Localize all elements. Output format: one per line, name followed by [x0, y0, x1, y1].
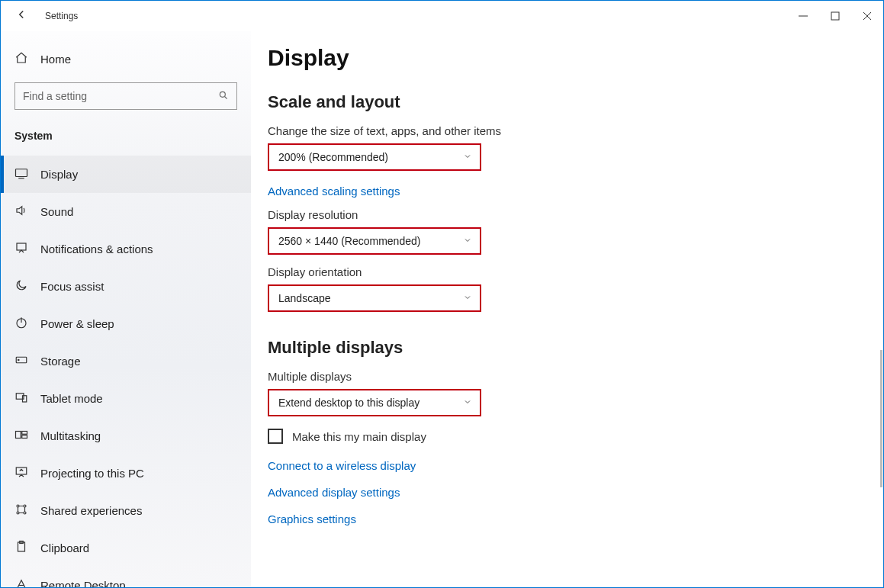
multitasking-icon: [14, 428, 28, 444]
display-icon: [14, 166, 28, 182]
projecting-icon: [14, 465, 28, 481]
sidebar-item-label: Notifications & actions: [40, 243, 153, 255]
multiple-displays-dropdown[interactable]: Extend desktop to this display: [268, 389, 481, 416]
app-title: Settings: [45, 11, 78, 21]
svg-rect-15: [16, 432, 21, 439]
chevron-down-icon: [463, 235, 472, 247]
page-title: Display: [268, 45, 860, 71]
minimize-button[interactable]: [798, 11, 808, 21]
svg-rect-18: [16, 468, 27, 474]
sidebar-item-shared-experiences[interactable]: Shared experiences: [1, 492, 251, 529]
sidebar-item-remote-desktop[interactable]: Remote Desktop: [1, 567, 251, 588]
notifications-icon: [14, 241, 28, 257]
search-icon: [218, 90, 229, 103]
sidebar-item-storage[interactable]: Storage: [1, 342, 251, 380]
advanced-scaling-link[interactable]: Advanced scaling settings: [268, 185, 860, 198]
search-placeholder: Find a setting: [23, 90, 87, 102]
sidebar-item-tablet-mode[interactable]: Tablet mode: [1, 380, 251, 417]
sidebar-item-label: Display: [40, 168, 78, 181]
titlebar: Settings: [1, 1, 883, 31]
tablet-mode-icon: [14, 390, 28, 406]
section-multiple-displays: Multiple displays: [268, 338, 860, 358]
checkbox-icon[interactable]: [268, 429, 283, 444]
close-button[interactable]: [862, 11, 873, 21]
power-icon: [14, 316, 28, 332]
svg-rect-8: [17, 243, 26, 250]
chevron-down-icon: [463, 397, 472, 409]
resolution-dropdown[interactable]: 2560 × 1440 (Recommended): [268, 227, 481, 255]
sidebar-item-label: Power & sleep: [40, 317, 114, 330]
svg-point-19: [17, 505, 19, 507]
svg-rect-17: [22, 435, 27, 439]
clipboard-icon: [14, 540, 28, 556]
svg-point-12: [18, 359, 20, 361]
sidebar-item-display[interactable]: Display: [1, 156, 251, 193]
svg-rect-16: [22, 432, 27, 435]
svg-rect-1: [831, 12, 839, 20]
sidebar-home[interactable]: Home: [1, 42, 251, 76]
advanced-display-link[interactable]: Advanced display settings: [268, 486, 860, 499]
sidebar: Home Find a setting System Display Sound…: [1, 31, 251, 587]
search-input[interactable]: Find a setting: [14, 82, 237, 110]
sidebar-item-projecting[interactable]: Projecting to this PC: [1, 455, 251, 492]
scale-label: Change the size of text, apps, and other…: [268, 124, 860, 137]
multiple-displays-label: Multiple displays: [268, 370, 860, 383]
sound-icon: [14, 204, 28, 220]
sidebar-item-label: Multitasking: [40, 429, 101, 442]
chevron-down-icon: [463, 292, 472, 304]
svg-line-5: [225, 96, 227, 98]
sidebar-item-clipboard[interactable]: Clipboard: [1, 529, 251, 567]
sidebar-item-label: Clipboard: [40, 541, 89, 554]
storage-icon: [14, 353, 28, 369]
sidebar-item-sound[interactable]: Sound: [1, 193, 251, 230]
scale-value: 200% (Recommended): [278, 151, 388, 163]
focus-assist-icon: [14, 278, 28, 294]
main-display-checkbox-label: Make this my main display: [292, 430, 426, 443]
sidebar-item-focus-assist[interactable]: Focus assist: [1, 268, 251, 305]
resolution-value: 2560 × 1440 (Recommended): [278, 235, 420, 247]
sidebar-item-notifications[interactable]: Notifications & actions: [1, 230, 251, 268]
sidebar-item-label: Shared experiences: [40, 504, 142, 517]
shared-experiences-icon: [14, 503, 28, 519]
remote-desktop-icon: [14, 577, 28, 588]
sidebar-item-multitasking[interactable]: Multitasking: [1, 417, 251, 455]
multiple-displays-value: Extend desktop to this display: [278, 397, 419, 409]
sidebar-item-power-sleep[interactable]: Power & sleep: [1, 305, 251, 342]
sidebar-item-label: Projecting to this PC: [40, 467, 144, 480]
resolution-label: Display resolution: [268, 208, 860, 221]
main-display-checkbox-row[interactable]: Make this my main display: [268, 429, 860, 444]
svg-point-20: [24, 505, 26, 507]
orientation-dropdown[interactable]: Landscape: [268, 284, 481, 312]
svg-point-4: [220, 92, 225, 97]
back-button[interactable]: [14, 8, 28, 24]
orientation-value: Landscape: [278, 292, 331, 304]
sidebar-item-label: Focus assist: [40, 280, 104, 293]
sidebar-item-label: Storage: [40, 355, 81, 368]
svg-point-21: [17, 512, 19, 514]
svg-point-22: [24, 512, 26, 514]
window-controls: [798, 11, 873, 21]
home-label: Home: [40, 53, 71, 66]
svg-rect-6: [16, 169, 27, 177]
connect-wireless-link[interactable]: Connect to a wireless display: [268, 459, 860, 472]
maximize-button[interactable]: [830, 11, 841, 21]
scale-dropdown[interactable]: 200% (Recommended): [268, 143, 481, 171]
orientation-label: Display orientation: [268, 265, 860, 278]
graphics-settings-link[interactable]: Graphics settings: [268, 512, 860, 525]
chevron-down-icon: [463, 151, 472, 163]
sidebar-nav: Display Sound Notifications & actions Fo…: [1, 156, 251, 588]
sidebar-item-label: Sound: [40, 205, 73, 218]
home-icon: [14, 51, 28, 67]
scrollbar-thumb[interactable]: [880, 350, 882, 487]
sidebar-group-label: System: [1, 124, 251, 146]
sidebar-item-label: Tablet mode: [40, 392, 103, 405]
main-content: Display Scale and layout Change the size…: [251, 31, 883, 587]
section-scale-layout: Scale and layout: [268, 92, 860, 112]
sidebar-item-label: Remote Desktop: [40, 579, 126, 588]
